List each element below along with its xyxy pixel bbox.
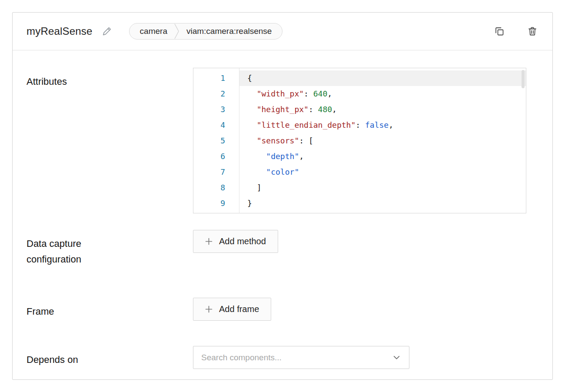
code-line[interactable]: "little_endian_depth": false,: [239, 117, 526, 133]
component-name: myRealSense: [27, 25, 93, 37]
delete-button[interactable]: [525, 24, 539, 38]
add-frame-label: Add frame: [219, 304, 259, 314]
depends-on-label: Depends on: [27, 346, 113, 368]
plus-icon: [205, 306, 213, 313]
plus-icon: [205, 238, 213, 245]
trash-icon: [527, 26, 538, 37]
copy-icon: [494, 26, 505, 37]
add-frame-button[interactable]: Add frame: [193, 298, 271, 321]
pencil-icon: [102, 27, 112, 36]
depends-on-select[interactable]: [193, 346, 409, 369]
code-line[interactable]: "color": [239, 164, 526, 180]
component-card-header: myRealSense camera viam:camera:realsense: [13, 13, 552, 50]
editor-code[interactable]: { "width_px": 640, "height_px": 480, "li…: [239, 68, 526, 213]
chevron-down-icon: [393, 354, 400, 361]
component-type-pill: camera viam:camera:realsense: [129, 23, 283, 40]
search-components-input[interactable]: [201, 353, 375, 362]
code-line[interactable]: }: [239, 196, 526, 211]
component-category: camera: [130, 27, 174, 36]
component-card: myRealSense camera viam:camera:realsense: [12, 12, 553, 380]
code-line[interactable]: {: [239, 70, 526, 86]
add-method-label: Add method: [219, 236, 266, 246]
code-line[interactable]: "sensors": [: [239, 133, 526, 149]
code-line[interactable]: "depth",: [239, 149, 526, 164]
depends-on-row: Depends on: [27, 346, 538, 369]
edit-name-button[interactable]: [100, 25, 113, 38]
code-line[interactable]: ]: [239, 180, 526, 196]
editor-gutter: 123456789: [193, 68, 239, 213]
frame-label: Frame: [27, 298, 113, 319]
duplicate-button[interactable]: [492, 24, 506, 38]
editor-scrollbar[interactable]: [522, 70, 525, 88]
attributes-json-editor[interactable]: 123456789 { "width_px": 640, "height_px"…: [193, 68, 526, 213]
data-capture-label: Data capture configuration: [27, 230, 113, 267]
component-card-body: Attributes 123456789 { "width_px": 640, …: [13, 50, 552, 385]
component-model: viam:camera:realsense: [179, 27, 282, 36]
data-capture-row: Data capture configuration Add method: [27, 230, 538, 267]
attributes-row: Attributes 123456789 { "width_px": 640, …: [27, 68, 538, 213]
code-line[interactable]: "width_px": 640,: [239, 86, 526, 102]
attributes-label: Attributes: [27, 68, 113, 90]
header-actions: [492, 24, 539, 38]
chevron-right-icon: [174, 23, 179, 39]
code-line[interactable]: "height_px": 480,: [239, 102, 526, 117]
add-method-button[interactable]: Add method: [193, 230, 278, 253]
frame-row: Frame Add frame: [27, 298, 538, 321]
